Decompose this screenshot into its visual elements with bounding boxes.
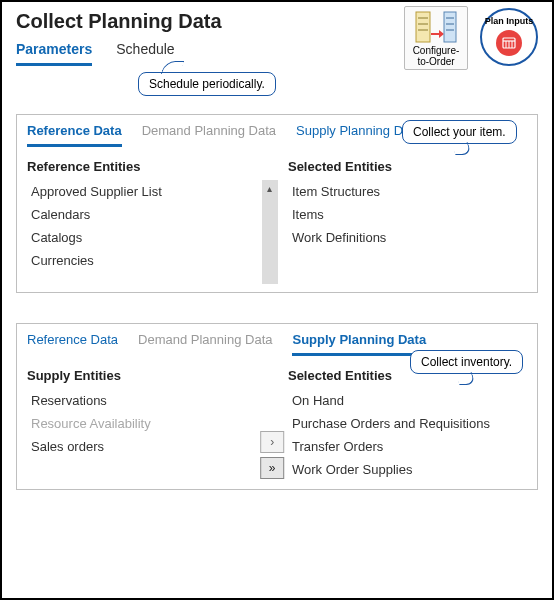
move-all-right-button[interactable]: » xyxy=(260,457,284,479)
selected-entities-list[interactable]: Item Structures Items Work Definitions xyxy=(288,180,527,249)
configure-to-order-icon xyxy=(407,9,465,45)
list-item[interactable]: Catalogs xyxy=(27,226,278,249)
supply-entities-heading: Supply Entities xyxy=(27,368,278,383)
list-item[interactable]: Items xyxy=(288,203,527,226)
list-item[interactable]: Work Order Supplies xyxy=(288,458,527,481)
list-item[interactable]: Sales orders xyxy=(27,435,278,458)
list-item[interactable]: Calendars xyxy=(27,203,278,226)
panel2-tab-supply-planning-data[interactable]: Supply Planning Data xyxy=(292,332,426,356)
list-item[interactable]: Approved Supplier List xyxy=(27,180,278,203)
plan-inputs-label: Plan Inputs xyxy=(485,16,534,26)
panel1-tab-reference-data[interactable]: Reference Data xyxy=(27,123,122,147)
reference-entities-heading: Reference Entities xyxy=(27,159,278,174)
selected-entities-heading: Selected Entities xyxy=(288,159,527,174)
list-item[interactable]: Currencies xyxy=(27,249,278,272)
reference-entities-list[interactable]: Approved Supplier List Calendars Catalog… xyxy=(27,180,278,272)
plan-inputs-button[interactable]: Plan Inputs xyxy=(480,8,538,66)
list-item[interactable]: Transfer Orders xyxy=(288,435,527,458)
list-item[interactable]: Item Structures xyxy=(288,180,527,203)
list-item[interactable]: Work Definitions xyxy=(288,226,527,249)
panel2-tab-demand-planning-data[interactable]: Demand Planning Data xyxy=(138,332,272,356)
callout-collect-item: Collect your item. xyxy=(402,120,517,144)
selected-entities-list[interactable]: On Hand Purchase Orders and Requisitions… xyxy=(288,389,527,481)
plan-inputs-icon xyxy=(496,30,522,56)
svg-rect-0 xyxy=(416,12,430,42)
svg-rect-4 xyxy=(444,12,456,42)
list-item[interactable]: Reservations xyxy=(27,389,278,412)
configure-to-order-button[interactable]: Configure-to-Order xyxy=(404,6,468,70)
list-item[interactable]: Purchase Orders and Requisitions xyxy=(288,412,527,435)
supply-entities-list[interactable]: Reservations Resource Availability Sales… xyxy=(27,389,278,458)
selected-entities-heading: Selected Entities xyxy=(288,368,527,383)
panel2-tab-reference-data[interactable]: Reference Data xyxy=(27,332,118,356)
mover-buttons: › » xyxy=(260,431,284,479)
move-right-button[interactable]: › xyxy=(260,431,284,453)
tab-parameters[interactable]: Parameters xyxy=(16,39,92,66)
tab-schedule[interactable]: Schedule xyxy=(116,39,174,66)
scroll-up-icon[interactable]: ▴ xyxy=(264,182,276,194)
list-item[interactable]: Resource Availability xyxy=(27,412,278,435)
supply-planning-data-panel: Reference Data Demand Planning Data Supp… xyxy=(16,323,538,490)
panel1-tab-demand-planning-data[interactable]: Demand Planning Data xyxy=(142,123,276,147)
configure-to-order-label: Configure-to-Order xyxy=(407,45,465,69)
scrollbar[interactable]: ▴ xyxy=(262,180,278,284)
callout-schedule: Schedule periodically. xyxy=(138,72,276,96)
list-item[interactable]: On Hand xyxy=(288,389,527,412)
